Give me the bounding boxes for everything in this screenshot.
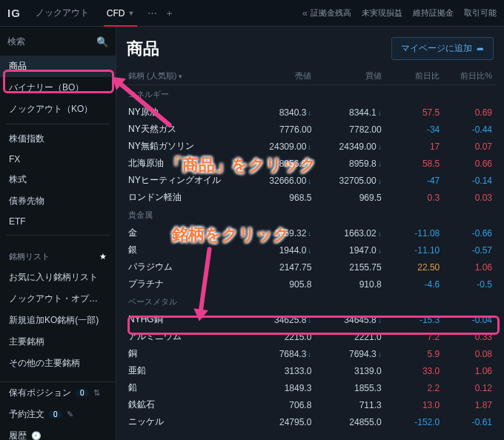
top-tabs: ノックアウト CFD ▼ ⋯ ＋ [28, 0, 175, 27]
balance-label[interactable]: 証拠金残高 [311, 7, 351, 19]
col-buy[interactable]: 買値 [316, 70, 385, 81]
sidebar-bottom-item[interactable]: 履歴🕘 [0, 425, 116, 440]
sidebar-item[interactable]: FX [0, 150, 116, 169]
market-table: 銘柄 (人気順)▾ 売値 買値 前日比 前日比% エネルギーNY原油8340.3… [116, 67, 504, 435]
search-icon: 🔍 [96, 36, 108, 47]
table-row[interactable]: 北海原油8956.0↓8959.8↓58.50.66 [124, 155, 497, 172]
sidebar-item[interactable]: 株価指数 [0, 128, 116, 150]
table-row[interactable]: NY無鉛ガソリン24309.00↓24349.00↓170.07 [124, 138, 497, 155]
search-row[interactable]: 検索 🔍 [7, 36, 108, 48]
sidebar-item[interactable]: 新規追加KO銘柄(一部) [0, 310, 116, 331]
table-row[interactable]: 金1659.32↓1663.02↓-11.08-0.66 [124, 224, 497, 241]
margin-label[interactable]: 維持証拠金 [413, 7, 454, 19]
table-header: 銘柄 (人気順)▾ 売値 買値 前日比 前日比% [124, 67, 497, 85]
page-title: 商品 [127, 38, 159, 60]
available-label[interactable]: 取引可能 [464, 7, 497, 19]
sidebar: 検索 🔍 商品バイナリー（BO）ノックアウト（KO）株価指数FX株式債券先物ET… [0, 27, 116, 440]
section-header: 貴金属 [124, 206, 497, 224]
col-sell[interactable]: 売値 [246, 70, 316, 81]
app-root: IG ノックアウト CFD ▼ ⋯ ＋ « 証拠金残高 未実現損益 維持証拠金 … [0, 0, 504, 440]
add-to-mypage-button[interactable]: マイページに追加 ➦ [391, 37, 494, 60]
sort-icon: ▾ [179, 73, 182, 80]
table-row[interactable]: アルミニウム2215.02221.07.20.33 [124, 328, 497, 345]
tab-cfd[interactable]: CFD ▼ [99, 0, 142, 27]
main-panel: 商品 マイページに追加 ➦ 銘柄 (人気順)▾ 売値 買値 前日比 前日比% エ… [116, 27, 504, 440]
item-icon: 🕘 [31, 431, 42, 440]
sidebar-bottom-item[interactable]: 保有ポジション0⇅ [0, 382, 116, 404]
table-row[interactable]: NYHG銅34625.8↓34645.8↓-15.3-0.04 [124, 311, 497, 328]
pnl-label[interactable]: 未実現損益 [362, 7, 402, 19]
topbar: IG ノックアウト CFD ▼ ⋯ ＋ « 証拠金残高 未実現損益 維持証拠金 … [0, 0, 504, 27]
sidebar-item[interactable]: 株式 [0, 169, 116, 190]
table-row[interactable]: NY原油8340.3↓8344.1↓57.50.69 [124, 104, 497, 121]
star-icon[interactable]: ★ [99, 252, 107, 261]
table-row[interactable]: 亜鉛3133.03139.033.01.06 [124, 362, 497, 379]
chevron-down-icon: ▼ [128, 10, 135, 17]
section-header: ベースメタル [124, 293, 497, 311]
item-icon: ⇅ [93, 388, 100, 398]
col-change-pct[interactable]: 前日比% [444, 70, 497, 81]
tab-label: ノックアウト [36, 7, 89, 19]
count-badge: 0 [76, 389, 89, 397]
table-row[interactable]: プラチナ905.8910.8-4.6-0.5 [124, 276, 497, 293]
tab-label: CFD [107, 8, 125, 19]
table-row[interactable]: ロンドン軽油968.5969.50.30.03 [124, 189, 497, 206]
sidebar-item[interactable]: 主要銘柄 [0, 331, 116, 353]
sidebar-bottom-item[interactable]: 予約注文0✎ [0, 404, 116, 425]
logo: IG [7, 7, 21, 19]
sidebar-item[interactable]: お気に入り銘柄リスト [0, 267, 116, 288]
count-badge: 0 [49, 410, 62, 419]
watchlist-header: 銘柄リスト ★ [0, 247, 116, 267]
main-header: 商品 マイページに追加 ➦ [116, 27, 504, 67]
table-row[interactable]: NY天然ガス7776.007782.00-34-0.44 [124, 121, 497, 138]
sidebar-bottom: 保有ポジション0⇅予約注文0✎履歴🕘アラート🔔 [0, 381, 116, 440]
sidebar-item[interactable]: その他の主要銘柄 [0, 353, 116, 374]
sidebar-item[interactable]: 債券先物 [0, 190, 116, 212]
tab-more-icon[interactable]: ⋯ [147, 7, 157, 19]
sidebar-item[interactable]: ノックアウト（KO） [0, 99, 116, 120]
table-row[interactable]: 鉄鉱石706.8711.313.01.87 [124, 396, 497, 413]
tab-add-icon[interactable]: ＋ [165, 7, 174, 20]
table-row[interactable]: NYヒーティングオイル32666.00↓32705.00↓-47-0.14 [124, 172, 497, 189]
tab-knockout[interactable]: ノックアウト [28, 0, 96, 27]
watchlist-list: お気に入り銘柄リストノックアウト・オプ…新規追加KO銘柄(一部)主要銘柄その他の… [0, 267, 116, 374]
body: 検索 🔍 商品バイナリー（BO）ノックアウト（KO）株価指数FX株式債券先物ET… [0, 27, 504, 440]
sidebar-item[interactable]: ノックアウト・オプ… [0, 288, 116, 310]
search-label: 検索 [7, 36, 25, 48]
table-row[interactable]: 銅7684.3↓7694.3↓5.90.08 [124, 345, 497, 362]
category-list: 商品バイナリー（BO）ノックアウト（KO）株価指数FX株式債券先物ETF [0, 56, 116, 239]
scroll-left-icon[interactable]: « [302, 7, 308, 19]
table-body: エネルギーNY原油8340.3↓8344.1↓57.50.69NY天然ガス777… [124, 85, 497, 430]
sidebar-item[interactable]: バイナリー（BO） [0, 77, 116, 99]
table-row[interactable]: パラジウム2147.752155.7522.501.06 [124, 259, 497, 276]
col-change[interactable]: 前日比 [386, 70, 445, 81]
sidebar-item[interactable]: 商品 [0, 56, 116, 77]
section-header: エネルギー [124, 85, 497, 104]
account-summary: 証拠金残高 未実現損益 維持証拠金 取引可能 [311, 7, 497, 19]
item-icon: ✎ [67, 410, 73, 419]
table-row[interactable]: 鉛1849.31855.32.20.12 [124, 379, 497, 396]
table-row[interactable]: ニッケル24795.024855.0-152.0-0.61 [124, 413, 497, 430]
col-name[interactable]: 銘柄 (人気順)▾ [124, 70, 246, 81]
table-row[interactable]: 銀1944.0↓1947.0↓-11.10-0.57 [124, 241, 497, 259]
share-icon: ➦ [477, 44, 484, 54]
sidebar-item[interactable]: ETF [0, 212, 116, 231]
